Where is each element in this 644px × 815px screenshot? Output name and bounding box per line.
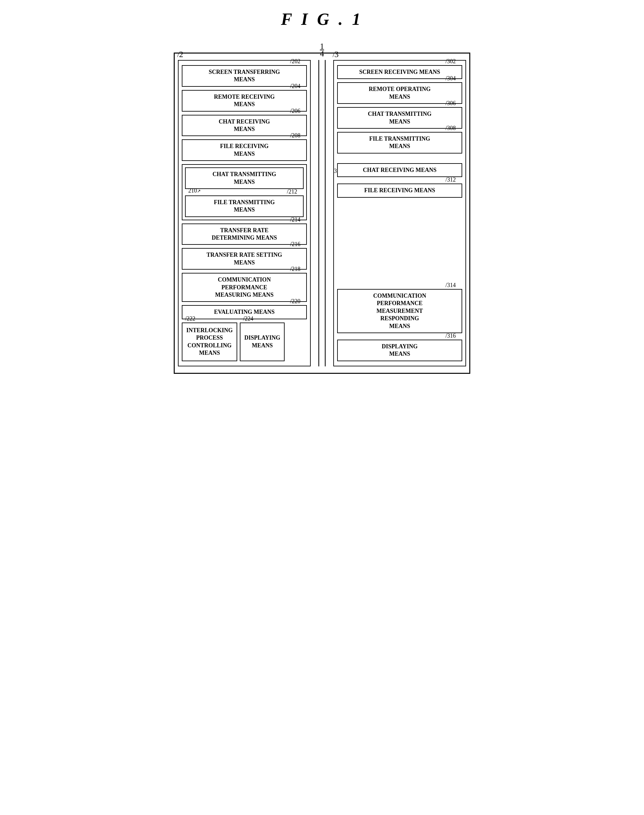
block-204: REMOTE RECEIVINGMEANS <box>182 90 307 112</box>
right-panel-label: /3 <box>333 50 339 59</box>
ref-222: /222 <box>185 315 195 323</box>
ref-304: /304 <box>445 75 456 83</box>
block-218: COMMUNICATIONPERFORMANCEMEASURING MEANS <box>182 273 307 302</box>
block-224: DISPLAYINGMEANS <box>240 323 285 361</box>
block-202: SCREEN TRANSFERRINGMEANS <box>182 65 307 87</box>
ref-302: /302 <box>445 58 456 66</box>
ref-316: /316 <box>445 332 456 340</box>
ref-212: /212 <box>287 188 297 196</box>
ref-202: /202 <box>290 58 301 66</box>
left-panel: /2 /202 SCREEN TRANSFERRINGMEANS /204 RE… <box>178 60 311 366</box>
ref-224: /224 <box>243 315 253 323</box>
ref-218: /218 <box>290 266 301 274</box>
ref-306: /306 <box>445 100 456 108</box>
ref-210: 210↗ <box>188 188 201 194</box>
block-312: FILE RECEIVING MEANS <box>337 183 462 197</box>
block-308: FILE TRANSMITTINGMEANS <box>337 132 462 154</box>
block-316: DISPLAYINGMEANS <box>337 340 462 361</box>
block-214: TRANSFER RATEDETERMINING MEANS <box>182 223 307 245</box>
block-306: CHAT TRANSMITTINGMEANS <box>337 107 462 129</box>
block-304: REMOTE OPERATINGMEANS <box>337 82 462 104</box>
block-210: CHAT TRANSMITTINGMEANS <box>185 168 304 189</box>
left-panel-label: /2 <box>177 50 183 59</box>
ref-214: /214 <box>290 217 301 224</box>
block-222: INTERLOCKINGPROCESSCONTROLLINGMEANS <box>182 323 237 361</box>
ref-208: /208 <box>290 132 301 140</box>
ref-220: /220 <box>290 298 301 306</box>
ref-204: /204 <box>290 83 301 91</box>
ref-314: /314 <box>445 282 456 290</box>
right-panel: /3 /302 SCREEN RECEIVING MEANS /304 REMO… <box>333 60 466 366</box>
ref-308: /308 <box>445 125 456 132</box>
block-208: FILE RECEIVINGMEANS <box>182 139 307 161</box>
block-310: CHAT RECEIVING MEANS <box>337 163 462 177</box>
block-206: CHAT RECEIVINGMEANS <box>182 115 307 137</box>
block-216: TRANSFER RATE SETTINGMEANS <box>182 248 307 270</box>
channel-label-4: 4 <box>320 49 324 59</box>
ref-216: /216 <box>290 241 301 249</box>
ref-206: /206 <box>290 108 301 115</box>
ref-312: /312 <box>445 177 456 184</box>
block-212: FILE TRANSMITTINGMEANS <box>185 195 304 217</box>
block-314: COMMUNICATIONPERFORMANCEMEASUREMENTRESPO… <box>337 289 462 333</box>
block-302: SCREEN RECEIVING MEANS <box>337 65 462 79</box>
page-title: F I G . 1 <box>281 10 363 29</box>
